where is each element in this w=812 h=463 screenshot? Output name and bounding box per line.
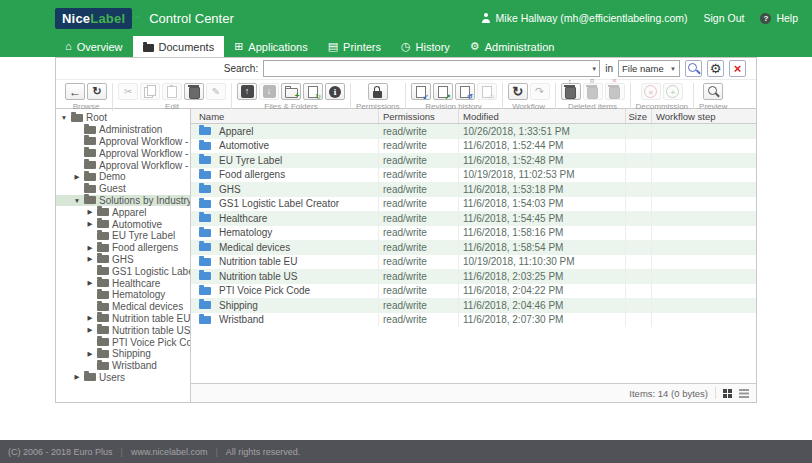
file-convert-button[interactable] <box>303 83 323 100</box>
tab-overview[interactable]: Overview <box>55 36 133 57</box>
file-row[interactable]: Nutrition table EUread/write10/19/2018, … <box>191 255 756 270</box>
tree-item-label: Healthcare <box>112 278 160 289</box>
folder-icon <box>199 272 211 280</box>
search-dropdown-icon[interactable] <box>591 66 597 72</box>
tree-expander-icon[interactable]: ▶ <box>86 220 94 228</box>
file-row[interactable]: Healthcareread/write11/6/2018, 1:54:45 P… <box>191 211 756 226</box>
workflow-steps-button[interactable] <box>508 83 528 100</box>
file-row[interactable]: Automotiveread/write11/6/2018, 1:52:44 P… <box>191 139 756 154</box>
name-cell: Wristband <box>191 313 379 328</box>
tree-item[interactable]: Wristband <box>56 360 190 372</box>
tree-item[interactable]: ▶Automotive <box>56 218 190 230</box>
search-go-button[interactable] <box>685 60 702 77</box>
tree-expander-icon[interactable]: ▼ <box>60 114 68 121</box>
delete-button[interactable] <box>184 83 204 100</box>
tree-item[interactable]: EU Tyre Label <box>56 230 190 242</box>
refresh-button[interactable] <box>87 83 107 100</box>
tree-item-label: GHS <box>112 254 134 265</box>
tree-expander-icon[interactable]: ▶ <box>86 326 94 334</box>
sign-out-link[interactable]: Sign Out <box>704 12 745 24</box>
file-row[interactable]: Hematologyread/write11/6/2018, 1:58:16 P… <box>191 226 756 241</box>
file-row[interactable]: Nutrition table USread/write11/6/2018, 2… <box>191 269 756 284</box>
tree-item[interactable]: PTI Voice Pick Code <box>56 336 190 348</box>
search-input[interactable] <box>263 60 600 77</box>
back-button[interactable] <box>65 83 85 100</box>
check-out-button[interactable] <box>411 83 431 100</box>
permissions-cell: read/write <box>379 124 459 139</box>
list-view-icon[interactable] <box>739 389 749 398</box>
file-row[interactable]: EU Tyre Labelread/write11/6/2018, 1:52:4… <box>191 153 756 168</box>
tree-item[interactable]: Medical devices <box>56 301 190 313</box>
tree-expander-icon[interactable]: ▶ <box>73 373 81 381</box>
tree-expander-icon[interactable]: ▶ <box>86 208 94 216</box>
file-row[interactable]: Food allergensread/write10/19/2018, 11:0… <box>191 168 756 183</box>
tab-label: Overview <box>77 41 123 53</box>
tree-item[interactable]: ▶Healthcare <box>56 277 190 289</box>
tree-expander-icon[interactable]: ▶ <box>86 350 94 358</box>
column-header-modified[interactable]: Modified <box>459 109 626 123</box>
file-row[interactable]: PTI Voice Pick Coderead/write11/6/2018, … <box>191 284 756 299</box>
tab-history[interactable]: History <box>391 36 460 57</box>
column-header-workflow-step[interactable]: Workflow step <box>652 109 756 123</box>
tree-item-label: Guest <box>99 183 126 194</box>
tab-documents[interactable]: Documents <box>133 36 225 57</box>
nicelabel-link[interactable]: www.nicelabel.com <box>131 447 208 457</box>
file-row[interactable]: Medical devicesread/write11/6/2018, 1:58… <box>191 240 756 255</box>
column-header-permissions[interactable]: Permissions <box>379 109 459 123</box>
help-link[interactable]: Help <box>760 12 798 24</box>
tree-item[interactable]: ▶GHS <box>56 254 190 266</box>
file-name: Shipping <box>219 300 258 311</box>
check-in-button[interactable] <box>433 83 453 100</box>
user-menu[interactable]: Mike Hallway (mh@efficientlabeling.com) <box>481 12 688 24</box>
preview-button[interactable] <box>703 83 723 100</box>
tree-expander-icon[interactable]: ▶ <box>73 173 81 181</box>
tree-item[interactable]: ▶Users <box>56 372 190 384</box>
column-header-name[interactable]: Name <box>191 109 379 123</box>
tree-item[interactable]: ▶Shipping <box>56 348 190 360</box>
tree-item[interactable]: Approval Workflow - Simple <box>56 147 190 159</box>
tree-expander-icon[interactable]: ▼ <box>73 197 81 204</box>
search-field-select[interactable]: File name <box>618 60 680 77</box>
restore-button <box>583 83 603 100</box>
tab-administration[interactable]: Administration <box>460 36 565 57</box>
tree-item[interactable]: ▶Demo <box>56 171 190 183</box>
nav-tabs: OverviewDocumentsApplicationsPrintersHis… <box>0 36 812 57</box>
tree-item[interactable]: Guest <box>56 183 190 195</box>
show-deleted-button[interactable] <box>561 83 581 100</box>
file-info-button[interactable] <box>325 83 345 100</box>
tree-item[interactable]: ▶Nutrition table EU <box>56 313 190 325</box>
tree-item[interactable]: Approval Workflow - Delayed <box>56 136 190 148</box>
tree-item[interactable]: ▼Solutions by Industry <box>56 195 190 207</box>
file-row[interactable]: GHSread/write11/6/2018, 1:53:18 PM <box>191 182 756 197</box>
tile-view-icon[interactable] <box>723 389 732 398</box>
tree-item[interactable]: GS1 Logistic Label Creator <box>56 265 190 277</box>
tree-expander-icon[interactable]: ▶ <box>86 244 94 252</box>
tab-printers[interactable]: Printers <box>318 36 391 57</box>
search-settings-button[interactable] <box>707 60 724 77</box>
permissions-button[interactable] <box>368 83 388 100</box>
file-row[interactable]: Wristbandread/write11/6/2018, 2:07:30 PM <box>191 313 756 328</box>
search-clear-button[interactable] <box>729 60 746 77</box>
revisions-button <box>477 83 497 100</box>
new-folder-button[interactable] <box>281 83 301 100</box>
tree-item[interactable]: Administration <box>56 124 190 136</box>
status-bar: Items: 14 (0 bytes) <box>191 383 756 402</box>
tree-item[interactable]: ▼Root <box>56 112 190 124</box>
top-header: NiceLabel™ Control Center Mike Hallway (… <box>0 0 812 57</box>
tab-applications[interactable]: Applications <box>224 36 318 57</box>
column-header-size[interactable]: Size <box>626 109 652 123</box>
tree-item[interactable]: ▶Apparel <box>56 206 190 218</box>
nicelabel-logo: NiceLabel <box>55 8 132 29</box>
tree-item[interactable]: ▶Food allergens <box>56 242 190 254</box>
tree-expander-icon[interactable]: ▶ <box>86 255 94 263</box>
tree-expander-icon[interactable]: ▶ <box>86 279 94 287</box>
upload-button[interactable] <box>237 83 257 100</box>
tree-item[interactable]: Hematology <box>56 289 190 301</box>
undo-checkout-button[interactable] <box>455 83 475 100</box>
file-row[interactable]: GS1 Logistic Label Creatorread/write11/6… <box>191 197 756 212</box>
tree-item[interactable]: Approval Workflow - Two-step <box>56 159 190 171</box>
file-row[interactable]: Apparelread/write10/26/2018, 1:33:51 PM <box>191 124 756 139</box>
file-row[interactable]: Shippingread/write11/6/2018, 2:04:46 PM <box>191 298 756 313</box>
tree-item[interactable]: ▶Nutrition table US <box>56 324 190 336</box>
tree-expander-icon[interactable]: ▶ <box>86 314 94 322</box>
